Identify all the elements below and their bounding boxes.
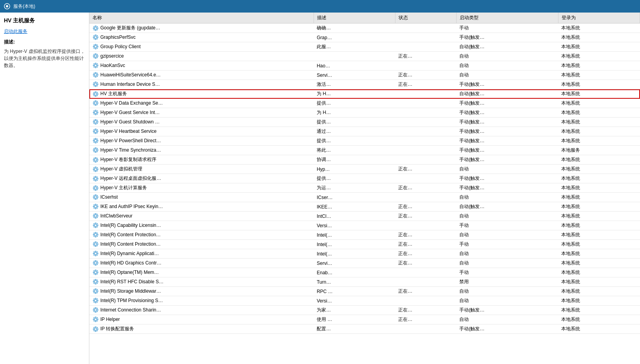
table-row[interactable]: HuaweiHiSuiteService64.e…Servi…正在…自动本地系统 — [89, 71, 640, 80]
service-logon-cell: 本地系统 — [558, 61, 640, 71]
table-row[interactable]: Hyper-V Guest Service Int…为 H…手动(触发…本地系统 — [89, 108, 640, 118]
table-row[interactable]: Hyper-V Time Synchroniza…将此…手动(触发…本地服务 — [89, 146, 640, 155]
table-row[interactable]: gzipsercice正在…自动本地系统 — [89, 52, 640, 61]
service-gear-icon — [92, 241, 99, 247]
service-name-cell: Group Policy Client — [89, 42, 314, 51]
table-row[interactable]: HaoKanSvcHao…自动本地系统 — [89, 61, 640, 71]
service-name-text: gzipsercice — [100, 53, 124, 59]
start-service-link[interactable]: 启动此服务 — [4, 28, 85, 35]
service-startup-cell: 手动 — [456, 221, 558, 230]
table-row[interactable]: Hyper-V Heartbeat Service通过…手动(触发…本地系统 — [89, 127, 640, 136]
svg-point-322 — [94, 328, 97, 330]
service-logon-cell: 本地系统 — [558, 306, 640, 315]
table-row[interactable]: IntClwbServeurIntCl…正在…自动本地系统 — [89, 212, 640, 221]
service-name-cell: Hyper-V Heartbeat Service — [89, 127, 314, 136]
table-row[interactable]: Hyper-V Guest Shutdown …提供…手动(触发…本地系统 — [89, 118, 640, 127]
svg-point-22 — [94, 45, 97, 48]
table-row[interactable]: Intel(R) Dynamic Applicati…Intel(…正在…自动本… — [89, 249, 640, 259]
service-startup-cell: 手动(触发… — [456, 324, 558, 334]
service-name-text: Hyper-V Time Synchroniza… — [100, 147, 161, 153]
service-name-cell: Hyper-V 远程桌面虚拟化服… — [89, 174, 314, 183]
table-row[interactable]: Human Interface Device S…激活…正在…手动(触发…本地系… — [89, 80, 640, 89]
table-row[interactable]: Intel(R) TPM Provisioning S…Versi…自动本地系统 — [89, 296, 640, 306]
svg-point-32 — [94, 55, 97, 57]
col-header-status[interactable]: 状态 — [395, 13, 456, 24]
col-header-logon[interactable]: 登录为 — [558, 13, 640, 24]
service-name-text: IKE and AuthIP IPsec Keyin… — [100, 204, 163, 209]
table-row[interactable]: Internet Connection Sharin…为家…正在…手动(触发…本… — [89, 306, 640, 315]
table-row[interactable]: Intel(R) Storage Middlewar…RPC …正在…自动本地系… — [89, 287, 640, 296]
service-gear-icon — [92, 269, 99, 275]
service-gear-icon — [92, 194, 99, 200]
title-bar: 服务(本地) — [0, 0, 640, 13]
service-gear-icon — [92, 185, 99, 191]
service-status-cell — [395, 324, 456, 334]
table-row[interactable]: ICserhstICser…自动本地系统 — [89, 193, 640, 202]
table-row[interactable]: Hyper-V 远程桌面虚拟化服…提供…手动(触发…本地系统 — [89, 174, 640, 183]
table-row[interactable]: Group Policy Client此服…自动(触发…本地系统 — [89, 42, 640, 52]
table-row[interactable]: IP 转换配置服务配置…手动(触发…本地系统 — [89, 324, 640, 334]
table-row[interactable]: Google 更新服务 (gupdate…确确…手动本地系统 — [89, 24, 640, 33]
service-gear-icon — [92, 232, 99, 238]
table-row[interactable]: GraphicsPerfSvcGrap…手动(触发…本地系统 — [89, 33, 640, 42]
table-row[interactable]: Intel(R) Optane(TM) Mem…Enab…手动本地系统 — [89, 268, 640, 277]
service-status-cell: 正在… — [395, 249, 456, 259]
service-status-cell — [395, 193, 456, 202]
service-logon-cell: 本地系统 — [558, 230, 640, 240]
table-row[interactable]: Intel(R) Content Protection…Intel(…正在…手动… — [89, 240, 640, 249]
service-name-text: Hyper-V Guest Shutdown … — [100, 119, 160, 125]
service-desc-cell: Hao… — [314, 61, 395, 71]
svg-point-292 — [94, 299, 97, 302]
table-row[interactable]: Hyper-V PowerShell Direct…提供…手动(触发…本地系统 — [89, 136, 640, 146]
service-logon-cell: 本地系统 — [558, 118, 640, 127]
service-desc-cell: 协调… — [314, 155, 395, 165]
service-name-cell: HaoKanSvc — [89, 61, 314, 70]
table-row[interactable]: Intel(R) Content Protection…Intel(…正在…自动… — [89, 230, 640, 240]
service-startup-cell: 手动(触发… — [456, 155, 558, 165]
service-name-cell: GraphicsPerfSvc — [89, 33, 314, 42]
table-row[interactable]: HV 主机服务为 H…自动(触发…本地系统 — [89, 89, 640, 99]
service-name-cell: Intel(R) Optane(TM) Mem… — [89, 268, 314, 277]
service-startup-cell: 手动(触发… — [456, 80, 558, 89]
table-row[interactable]: Intel(R) Capability Licensin…Versi…手动本地系… — [89, 221, 640, 230]
table-row[interactable]: Hyper-V 主机计算服务为运…正在…手动(触发…本地系统 — [89, 183, 640, 193]
service-name-text: Hyper-V Data Exchange Se… — [100, 100, 163, 106]
table-row[interactable]: IKE and AuthIP IPsec Keyin…IKEE…正在…自动(触发… — [89, 202, 640, 212]
service-logon-cell: 本地系统 — [558, 324, 640, 334]
service-status-cell — [395, 61, 456, 71]
service-name-text: Intel(R) RST HFC Disable S… — [100, 279, 163, 284]
service-name-cell: ICserhst — [89, 193, 314, 201]
svg-point-282 — [94, 290, 97, 292]
service-desc-cell: IKEE… — [314, 202, 395, 212]
service-name-cell: Hyper-V Guest Service Int… — [89, 108, 314, 117]
col-header-startup[interactable]: 启动类型 — [456, 13, 558, 24]
svg-point-132 — [94, 149, 97, 151]
svg-point-302 — [94, 309, 97, 311]
service-logon-cell: 本地系统 — [558, 155, 640, 165]
service-startup-cell: 手动 — [456, 24, 558, 33]
service-gear-icon — [92, 34, 99, 40]
table-row[interactable]: Hyper-V 卷影复制请求程序协调…手动(触发…本地系统 — [89, 155, 640, 165]
svg-point-72 — [94, 93, 97, 95]
svg-point-112 — [94, 130, 97, 132]
service-name-text: Internet Connection Sharin… — [100, 307, 161, 313]
service-desc-cell: 使用 … — [314, 315, 395, 324]
col-header-desc[interactable]: 描述 — [314, 13, 395, 24]
col-header-name[interactable]: 名称 — [89, 13, 314, 24]
service-gear-icon — [92, 25, 99, 31]
service-status-cell — [395, 155, 456, 165]
table-row[interactable]: Intel(R) RST HFC Disable S…Turn…禁用本地系统 — [89, 277, 640, 287]
table-row[interactable]: Hyper-V 虚拟机管理Hyp…正在…自动本地系统 — [89, 165, 640, 174]
service-list-panel[interactable]: 名称 描述 状态 启动类型 登录为 Google 更新服务 (gupdate…确… — [89, 13, 640, 364]
service-startup-cell: 手动(触发… — [456, 136, 558, 146]
service-name-text: Hyper-V Heartbeat Service — [100, 129, 156, 134]
table-row[interactable]: Hyper-V Data Exchange Se…提供…手动(触发…本地系统 — [89, 99, 640, 108]
service-startup-cell: 手动(触发… — [456, 127, 558, 136]
service-name-text: Hyper-V 主机计算服务 — [100, 185, 147, 191]
service-name-text: IP Helper — [100, 317, 120, 322]
svg-point-192 — [94, 205, 97, 208]
table-row[interactable]: Intel(R) HD Graphics Contr…Servi…正在…自动本地… — [89, 259, 640, 268]
service-startup-cell: 手动(触发… — [456, 118, 558, 127]
service-name-cell: Intel(R) RST HFC Disable S… — [89, 277, 314, 286]
table-row[interactable]: IP Helper使用 …正在…自动本地系统 — [89, 315, 640, 324]
